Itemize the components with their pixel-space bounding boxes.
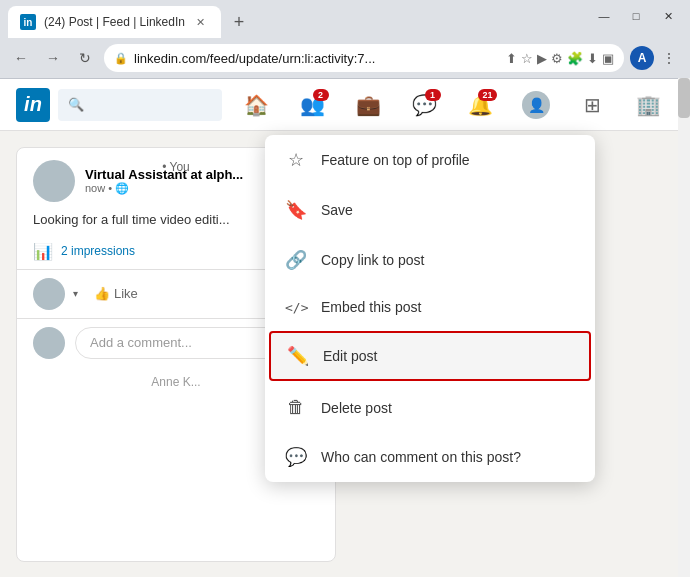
new-tab-button[interactable]: + — [225, 8, 253, 36]
browser-menu-icon[interactable]: ⋮ — [656, 45, 682, 71]
menu-item-edit[interactable]: ✏️ Edit post — [269, 331, 591, 381]
menu-item-save-label: Save — [321, 202, 353, 218]
minimize-button[interactable]: — — [590, 6, 618, 26]
menu-item-copy-label: Copy link to post — [321, 252, 425, 268]
puzzle-icon[interactable]: 🧩 — [567, 51, 583, 66]
nav-grid[interactable]: ⊞ — [566, 79, 618, 131]
tab-favicon: in — [20, 14, 36, 30]
share-icon[interactable]: ⬆ — [506, 51, 517, 66]
nav-notifications[interactable]: 🔔21 — [454, 79, 506, 131]
linkedin-nav: in 🔍 🏠 👥2 💼 💬1 — [0, 79, 690, 131]
tab-close-button[interactable]: ✕ — [193, 14, 209, 30]
address-bar[interactable]: 🔒 linkedin.com/feed/update/urn:li:activi… — [104, 44, 624, 72]
like-button[interactable]: 👍 Like — [86, 282, 146, 305]
menu-item-edit-label: Edit post — [323, 348, 377, 364]
tab-title: (24) Post | Feed | LinkedIn — [44, 15, 185, 29]
menu-item-feature-label: Feature on top of profile — [321, 152, 470, 168]
current-user-avatar — [33, 278, 65, 310]
maximize-button[interactable]: □ — [622, 6, 650, 26]
lock-icon: 🔒 — [114, 52, 128, 65]
grid-icon: ⊞ — [584, 93, 601, 117]
commenter-avatar — [33, 327, 65, 359]
profile-avatar: 👤 — [522, 91, 550, 119]
you-indicator: • You — [162, 160, 190, 174]
messaging-badge: 1 — [425, 89, 441, 101]
menu-item-copy-link[interactable]: 🔗 Copy link to post — [265, 235, 595, 285]
search-icon: 🔍 — [68, 97, 84, 112]
post-author-avatar — [33, 160, 75, 202]
nav-icons: 🏠 👥2 💼 💬1 🔔21 — [230, 79, 674, 131]
menu-item-embed[interactable]: </> Embed this post — [265, 285, 595, 329]
menu-item-delete-label: Delete post — [321, 400, 392, 416]
star-icon[interactable]: ☆ — [521, 51, 533, 66]
embed-icon: </> — [285, 300, 307, 315]
scrollbar-track[interactable] — [678, 78, 690, 577]
star-menu-icon: ☆ — [285, 149, 307, 171]
menu-item-feature[interactable]: ☆ Feature on top of profile — [265, 135, 595, 185]
business-icon: 🏢 — [636, 93, 661, 117]
search-bar[interactable]: 🔍 — [58, 89, 222, 121]
trash-icon: 🗑 — [285, 397, 307, 418]
nav-profile[interactable]: 👤 — [510, 79, 562, 131]
nav-messaging[interactable]: 💬1 — [398, 79, 450, 131]
address-text: linkedin.com/feed/update/urn:li:activity… — [134, 51, 500, 66]
extensions-icon[interactable]: ⚙ — [551, 51, 563, 66]
jobs-icon: 💼 — [356, 93, 381, 117]
like-label: Like — [114, 286, 138, 301]
messaging-icon: 💬1 — [412, 93, 437, 117]
window-controls: — □ ✕ — [590, 6, 682, 26]
linkedin-logo[interactable]: in — [16, 88, 50, 122]
menu-item-save[interactable]: 🔖 Save — [265, 185, 595, 235]
nav-home[interactable]: 🏠 — [230, 79, 282, 131]
bookmark-icon: 🔖 — [285, 199, 307, 221]
close-button[interactable]: ✕ — [654, 6, 682, 26]
impressions-count: 2 impressions — [61, 244, 135, 258]
context-menu: ☆ Feature on top of profile 🔖 Save 🔗 Cop… — [265, 135, 595, 482]
like-icon: 👍 — [94, 286, 110, 301]
media-icon[interactable]: ▶ — [537, 51, 547, 66]
edit-icon: ✏️ — [287, 345, 309, 367]
back-button[interactable]: ← — [8, 45, 34, 71]
impressions-chart-icon: 📊 — [33, 242, 53, 261]
comment-settings-icon: 💬 — [285, 446, 307, 468]
browser-profile-icon[interactable]: A — [630, 46, 654, 70]
menu-item-delete[interactable]: 🗑 Delete post — [265, 383, 595, 432]
network-badge: 2 — [313, 89, 329, 101]
tab-icon[interactable]: ▣ — [602, 51, 614, 66]
forward-button[interactable]: → — [40, 45, 66, 71]
notifications-badge: 21 — [478, 89, 496, 101]
download-icon[interactable]: ⬇ — [587, 51, 598, 66]
menu-item-embed-label: Embed this post — [321, 299, 421, 315]
browser-tab[interactable]: in (24) Post | Feed | LinkedIn ✕ — [8, 6, 221, 38]
nav-jobs[interactable]: 💼 — [342, 79, 394, 131]
scrollbar-thumb[interactable] — [678, 78, 690, 118]
notifications-icon: 🔔21 — [468, 93, 493, 117]
nav-business[interactable]: 🏢 — [622, 79, 674, 131]
address-action-icons: ⬆ ☆ ▶ ⚙ 🧩 ⬇ ▣ — [506, 51, 614, 66]
menu-item-comment-label: Who can comment on this post? — [321, 449, 521, 465]
refresh-button[interactable]: ↻ — [72, 45, 98, 71]
nav-network[interactable]: 👥2 — [286, 79, 338, 131]
reaction-dropdown[interactable]: ▾ — [73, 288, 78, 299]
browser-actions: A ⋮ — [630, 45, 682, 71]
menu-item-who-can-comment[interactable]: 💬 Who can comment on this post? — [265, 432, 595, 482]
comment-placeholder: Add a comment... — [90, 335, 192, 350]
network-icon: 👥2 — [300, 93, 325, 117]
home-icon: 🏠 — [244, 93, 269, 117]
link-icon: 🔗 — [285, 249, 307, 271]
